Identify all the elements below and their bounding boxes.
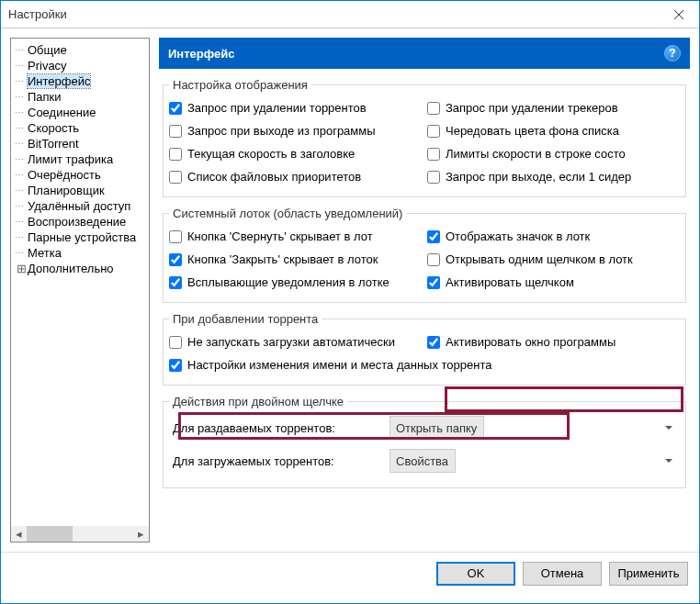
chk-single-click-tray[interactable]: Открывать одним щелчком в лотк	[427, 251, 680, 268]
chk-confirm-exit[interactable]: Запрос при выходе из программы	[169, 122, 422, 140]
chk-close-to-tray[interactable]: Кнопка 'Закрыть' скрывает в лоток	[169, 251, 422, 268]
chk-show-rename-dialog[interactable]: Настройки изменения имени и места данных…	[169, 356, 492, 374]
nav-paired-devices[interactable]: ⋯Парные устройства	[11, 229, 149, 245]
scroll-left-arrow[interactable]: ◂	[11, 526, 27, 542]
titlebar: Настройки	[1, 1, 699, 28]
group-doubleclick: Действия при двойном щелчке Для раздавае…	[163, 395, 686, 488]
panel-title: Интерфейс	[168, 47, 664, 61]
nav-label[interactable]: ⋯Метка	[11, 245, 149, 261]
close-button[interactable]	[658, 1, 699, 28]
nav-privacy[interactable]: ⋯Privacy	[11, 58, 149, 73]
nav-bittorrent[interactable]: ⋯BitTorrent	[11, 136, 149, 151]
nav-folders[interactable]: ⋯Папки	[11, 89, 149, 105]
nav-tree: ⋯Общие ⋯Privacy ⋯Интерфейс ⋯Папки ⋯Соеди…	[11, 39, 149, 526]
sidebar: ⋯Общие ⋯Privacy ⋯Интерфейс ⋯Папки ⋯Соеди…	[10, 38, 150, 542]
nav-playback[interactable]: ⋯Воспроизведение	[11, 214, 149, 229]
group-add-torrent: При добавлении торрента Не запускать заг…	[163, 312, 686, 386]
group-display-legend: Настройка отображения	[169, 78, 311, 92]
chk-dont-start-auto[interactable]: Не запускать загрузки автоматически	[169, 333, 422, 351]
scroll-thumb[interactable]	[27, 526, 73, 542]
group-tray: Системный лоток (область уведомлений) Кн…	[163, 207, 686, 303]
chk-alternate-colors[interactable]: Чередовать цвета фона списка	[427, 122, 680, 140]
main-panel: Интерфейс ? Настройка отображения Запрос…	[159, 38, 690, 542]
nav-remote[interactable]: ⋯Удалённый доступ	[11, 198, 149, 214]
scroll-right-arrow[interactable]: ▸	[133, 526, 149, 542]
group-dblclick-legend: Действия при двойном щелчке	[169, 395, 347, 408]
nav-queue[interactable]: ⋯Очерёдность	[11, 167, 149, 183]
chk-confirm-delete-torrents[interactable]: Запрос при удалении торрентов	[169, 99, 422, 117]
window-title: Настройки	[8, 7, 658, 21]
group-add-legend: При добавлении торрента	[169, 312, 322, 326]
chk-minimize-to-tray[interactable]: Кнопка 'Свернуть' скрывает в лот	[169, 228, 422, 245]
nav-advanced[interactable]: ⊞Дополнительно	[11, 261, 149, 276]
panel-header: Интерфейс ?	[159, 38, 690, 69]
expand-icon[interactable]: ⊞	[15, 262, 28, 275]
nav-general[interactable]: ⋯Общие	[11, 42, 149, 58]
dialog-footer: OK Отмена Применить	[1, 552, 699, 594]
close-icon	[674, 10, 683, 19]
apply-button[interactable]: Применить	[609, 562, 688, 586]
nav-interface[interactable]: ⋯Интерфейс	[11, 73, 149, 89]
chk-activate-window[interactable]: Активировать окно программы	[427, 333, 680, 351]
chk-confirm-delete-trackers[interactable]: Запрос при удалении трекеров	[427, 99, 680, 117]
cancel-button[interactable]: Отмена	[523, 562, 602, 586]
nav-scheduler[interactable]: ⋯Планировщик	[11, 183, 149, 198]
nav-speed[interactable]: ⋯Скорость	[11, 120, 149, 136]
group-display: Настройка отображения Запрос при удалени…	[163, 78, 686, 197]
chk-limits-in-statusbar[interactable]: Лимиты скорости в строке состо	[427, 145, 680, 162]
help-icon[interactable]: ?	[664, 45, 681, 62]
group-tray-legend: Системный лоток (область уведомлений)	[169, 207, 406, 220]
ok-button[interactable]: OK	[436, 562, 515, 586]
chk-balloon-notifications[interactable]: Всплывающие уведомления в лотке	[169, 274, 422, 291]
seeding-action-select[interactable]: Открыть папку	[390, 416, 484, 440]
chk-show-tray-icon[interactable]: Отображать значок в лотк	[427, 228, 680, 245]
downloading-action-select[interactable]: Свойства	[390, 449, 456, 473]
chk-activate-on-click[interactable]: Активировать щелчком	[427, 274, 680, 291]
scroll-track[interactable]	[27, 526, 133, 542]
chk-file-priority-list[interactable]: Список файловых приоритетов	[169, 168, 422, 185]
seeding-action-label: Для раздаваемых торрентов:	[169, 421, 382, 435]
chk-speed-in-title[interactable]: Текущая скорость в заголовке	[169, 145, 422, 162]
nav-traffic-limit[interactable]: ⋯Лимит трафика	[11, 151, 149, 167]
nav-connection[interactable]: ⋯Соединение	[11, 105, 149, 120]
downloading-action-label: Для загружаемых торрентов:	[169, 454, 382, 468]
chk-confirm-exit-seeder[interactable]: Запрос при выходе, если 1 сидер	[427, 168, 680, 185]
horizontal-scrollbar[interactable]: ◂ ▸	[11, 526, 149, 542]
